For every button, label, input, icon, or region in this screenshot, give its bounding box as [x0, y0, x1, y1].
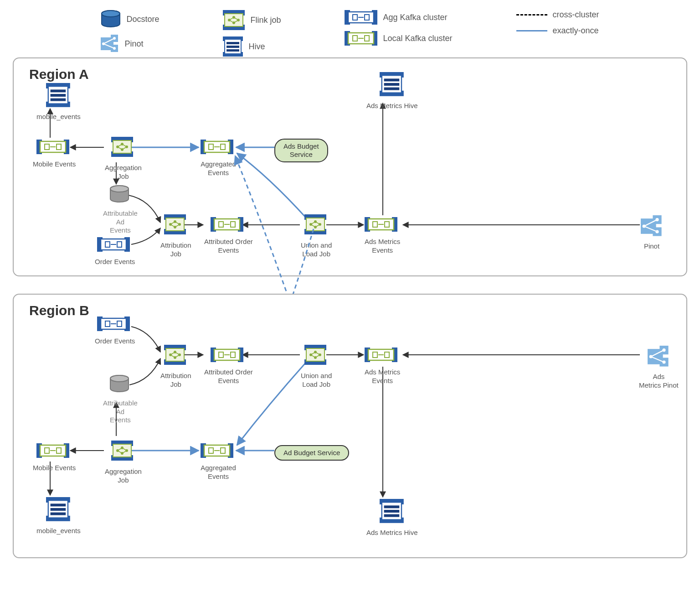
- legend-hive: Hive: [223, 36, 281, 57]
- aggregated-events: Aggregated Events: [201, 443, 236, 481]
- legend-pinot: Pinot: [101, 35, 159, 53]
- local-kafka-icon: [36, 140, 72, 155]
- attributable-ad-events: Attributable Ad Events: [103, 375, 138, 425]
- node-label: Ads Metrics Events: [365, 368, 400, 385]
- pinot-icon: [648, 346, 669, 368]
- node-label: mobile_events: [36, 113, 81, 121]
- pinot-icon: [101, 35, 119, 53]
- node-label: Order Events: [95, 337, 135, 346]
- flink-icon: [164, 214, 188, 236]
- docstore-icon: [109, 375, 131, 394]
- order-events: Order Events: [95, 237, 135, 266]
- legend-flink: Flink job: [223, 10, 281, 30]
- legend-label: Pinot: [124, 39, 143, 49]
- node-label: Ads Metrics Pinot: [639, 373, 679, 390]
- local-kafka-icon: [201, 140, 236, 155]
- legend-agg-kafka: Agg Kafka cluster: [345, 10, 452, 25]
- hive-icon: [223, 36, 243, 57]
- local-kafka-icon: [345, 31, 377, 46]
- node-label: Attribution Job: [160, 372, 191, 389]
- local-kafka-icon: [201, 443, 236, 459]
- local-kafka-icon: [211, 217, 246, 233]
- hive-icon: [46, 83, 71, 108]
- node-label: Mobile Events: [33, 160, 76, 169]
- aggregation-job: Aggregation Job: [105, 441, 142, 484]
- node-label: Aggregated Events: [201, 160, 236, 177]
- union-load-job: Union and Load Job: [301, 214, 332, 258]
- node-label: Ads Metrics Hive: [366, 102, 418, 110]
- node-label: Ads Metrics Hive: [366, 529, 418, 537]
- agg-kafka-icon: [97, 237, 133, 253]
- ads-metrics-events: Ads Metrics Events: [365, 217, 400, 254]
- region-b-title: Region B: [29, 303, 89, 318]
- mobile-events-kafka: Mobile Events: [33, 140, 76, 169]
- flink-icon: [111, 137, 135, 159]
- node-label: Attributable Ad Events: [103, 399, 138, 425]
- region-a-title: Region A: [29, 67, 89, 82]
- pinot: Pinot: [641, 215, 663, 251]
- hive-icon: [380, 72, 404, 97]
- legend-label: cross-cluster: [553, 10, 599, 20]
- local-kafka-icon: [365, 217, 400, 233]
- region-b: Region B Order Events Attribution Job At…: [13, 294, 687, 558]
- node-label: Aggregated Events: [201, 464, 236, 481]
- legend-label: Local Kafka cluster: [383, 34, 452, 43]
- agg-kafka-icon: [345, 10, 377, 25]
- flink-icon: [111, 441, 135, 462]
- region-a: Region A mobile_events Mobile Events Agg…: [13, 57, 687, 276]
- flink-icon: [304, 214, 328, 236]
- local-kafka-icon: [211, 348, 246, 363]
- mobile-events-hive: mobile_events: [36, 497, 81, 535]
- node-label: Union and Load Job: [301, 372, 332, 389]
- legend-label: Docstore: [126, 15, 159, 24]
- ads-metrics-events: Ads Metrics Events: [365, 348, 400, 385]
- node-label: Attributed Order Events: [204, 238, 253, 255]
- legend-docstore: Docstore: [101, 10, 159, 28]
- legend-label: Agg Kafka cluster: [383, 13, 447, 22]
- service-label: Ads Budget Service: [283, 142, 319, 158]
- legend-cross-cluster: cross-cluster: [516, 10, 599, 20]
- legend-label: Hive: [248, 42, 265, 52]
- pinot-icon: [641, 215, 663, 237]
- service-label: Ad Budget Service: [283, 449, 340, 457]
- ads-metrics-pinot: Ads Metrics Pinot: [639, 346, 679, 389]
- legend-label: exactly-once: [553, 26, 599, 36]
- union-load-job: Union and Load Job: [301, 345, 332, 389]
- mobile-events-kafka: Mobile Events: [33, 443, 76, 472]
- attribution-job: Attribution Job: [160, 345, 191, 389]
- legend: Docstore Pinot Flink job Hive Agg Kafka …: [0, 10, 700, 57]
- node-label: mobile_events: [36, 527, 81, 535]
- node-label: Order Events: [95, 258, 135, 266]
- flink-icon: [304, 345, 328, 367]
- node-label: Attributed Order Events: [204, 368, 253, 385]
- legend-label: Flink job: [250, 16, 281, 25]
- node-label: Attributable Ad Events: [103, 209, 138, 235]
- docstore-icon: [109, 185, 131, 204]
- node-label: Ads Metrics Events: [365, 238, 400, 255]
- hive-icon: [46, 497, 71, 522]
- order-events: Order Events: [95, 316, 135, 346]
- mobile-events-hive: mobile_events: [36, 83, 81, 121]
- aggregated-events: Aggregated Events: [201, 140, 236, 177]
- node-label: Mobile Events: [33, 464, 76, 472]
- ads-metrics-hive: Ads Metrics Hive: [366, 72, 418, 110]
- ad-budget-service: Ad Budget Service: [274, 445, 349, 461]
- node-label: Attribution Job: [160, 241, 191, 259]
- local-kafka-icon: [36, 443, 72, 459]
- node-label: Aggregation Job: [105, 467, 142, 485]
- aggregation-job: Aggregation Job: [105, 137, 142, 181]
- local-kafka-icon: [365, 348, 400, 363]
- node-label: Pinot: [641, 242, 663, 251]
- agg-kafka-icon: [97, 316, 133, 332]
- hive-icon: [380, 499, 404, 524]
- attributed-order-events: Attributed Order Events: [204, 217, 253, 254]
- attribution-job: Attribution Job: [160, 214, 191, 258]
- flink-icon: [164, 345, 188, 367]
- ads-metrics-hive: Ads Metrics Hive: [366, 499, 418, 537]
- attributable-ad-events: Attributable Ad Events: [103, 185, 138, 235]
- node-label: Aggregation Job: [105, 164, 142, 181]
- flink-icon: [223, 10, 245, 30]
- legend-exactly-once: exactly-once: [516, 26, 599, 36]
- ads-budget-service: Ads Budget Service: [274, 139, 328, 162]
- legend-local-kafka: Local Kafka cluster: [345, 31, 452, 46]
